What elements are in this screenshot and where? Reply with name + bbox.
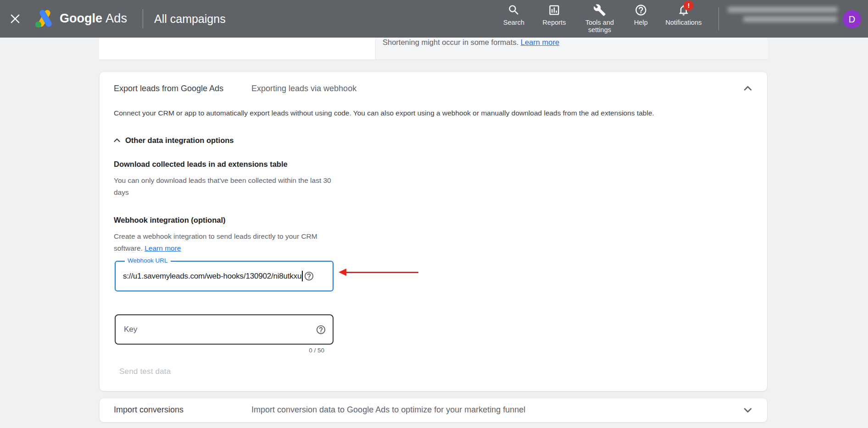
banner-note: Shortening might occur in some formats. … <box>383 38 559 47</box>
app-bar: GoogleAds All campaigns Search Reports T… <box>0 0 868 38</box>
webhook-url-label: Webhook URL <box>125 257 171 264</box>
brand-title: GoogleAds <box>60 11 127 26</box>
download-leads-title: Download collected leads in ad extension… <box>114 160 288 169</box>
nav-tools-label: Tools and settings <box>578 19 622 33</box>
page-context-title: All campaigns <box>154 12 226 26</box>
webhook-integration-title: Webhook integration (optional) <box>114 216 226 225</box>
nav-reports[interactable]: Reports <box>529 4 579 26</box>
help-circle-icon[interactable] <box>316 324 326 335</box>
export-leads-card: Export leads from Google Ads Exporting l… <box>99 71 768 391</box>
webhook-url-value[interactable]: s://u1.savemyleads.com/web-hooks/130902/… <box>123 272 301 281</box>
key-field <box>115 314 334 345</box>
webhook-url-field[interactable]: Webhook URL s://u1.savemyleads.com/web-h… <box>115 261 334 291</box>
other-options-toggle[interactable]: Other data integration options <box>112 135 234 145</box>
text-cursor <box>302 271 303 281</box>
webhook-learn-more-link[interactable]: Learn more <box>145 244 181 252</box>
wrench-icon <box>593 4 606 16</box>
reports-icon <box>548 4 561 16</box>
chevron-down-icon <box>741 412 755 418</box>
nav-search-label: Search <box>503 19 524 26</box>
arrow-shaft <box>345 272 418 273</box>
key-input[interactable] <box>116 315 316 344</box>
google-ads-window: GoogleAds All campaigns Search Reports T… <box>0 0 868 428</box>
collapse-section-button[interactable] <box>740 81 756 97</box>
brand-ads: Ads <box>106 11 127 25</box>
account-divider <box>718 7 719 30</box>
close-icon <box>9 20 22 27</box>
nav-reports-label: Reports <box>543 19 566 26</box>
nav-notifications[interactable]: ! Notifications <box>658 4 709 26</box>
brand-google: Google <box>60 11 102 25</box>
webhook-integration-body: Create a webhook integration to send lea… <box>114 230 329 254</box>
import-conversions-card[interactable]: Import conversions Import conversion dat… <box>99 398 768 423</box>
export-card-subtitle: Exporting leads via webhook <box>251 84 356 93</box>
nav-notifications-label: Notifications <box>666 19 702 26</box>
arrowhead <box>339 269 346 276</box>
expand-section-button[interactable] <box>740 403 756 418</box>
key-char-counter: 0 / 50 <box>260 347 324 354</box>
import-conversions-summary: Import conversion data to Google Ads to … <box>251 405 525 415</box>
import-conversions-title: Import conversions <box>114 405 184 415</box>
banner-learn-more-link[interactable]: Learn more <box>521 38 559 46</box>
account-email-blurred <box>743 16 837 22</box>
bell-icon: ! <box>677 4 690 16</box>
notification-badge: ! <box>684 0 694 11</box>
annotation-arrow-left <box>339 268 418 276</box>
account-id-blurred <box>728 7 838 12</box>
chevron-up-icon <box>741 90 755 97</box>
help-circle-icon[interactable] <box>304 271 314 281</box>
search-icon <box>507 4 520 16</box>
send-test-data-button[interactable]: Send test data <box>119 367 171 376</box>
other-options-label: Other data integration options <box>125 136 234 145</box>
banner-note-text: Shortening might occur in some formats. <box>383 38 518 46</box>
download-leads-body: You can only download leads that've been… <box>114 175 334 198</box>
nav-help-label: Help <box>634 19 648 26</box>
appbar-divider <box>143 9 143 28</box>
google-ads-logo-icon <box>33 8 57 29</box>
export-description: Connect your CRM or app to automatically… <box>114 109 654 117</box>
close-button[interactable] <box>8 12 22 26</box>
avatar[interactable]: D <box>843 10 861 28</box>
export-card-title: Export leads from Google Ads <box>114 84 223 93</box>
help-icon <box>634 4 647 16</box>
chevron-up-icon <box>112 135 122 145</box>
